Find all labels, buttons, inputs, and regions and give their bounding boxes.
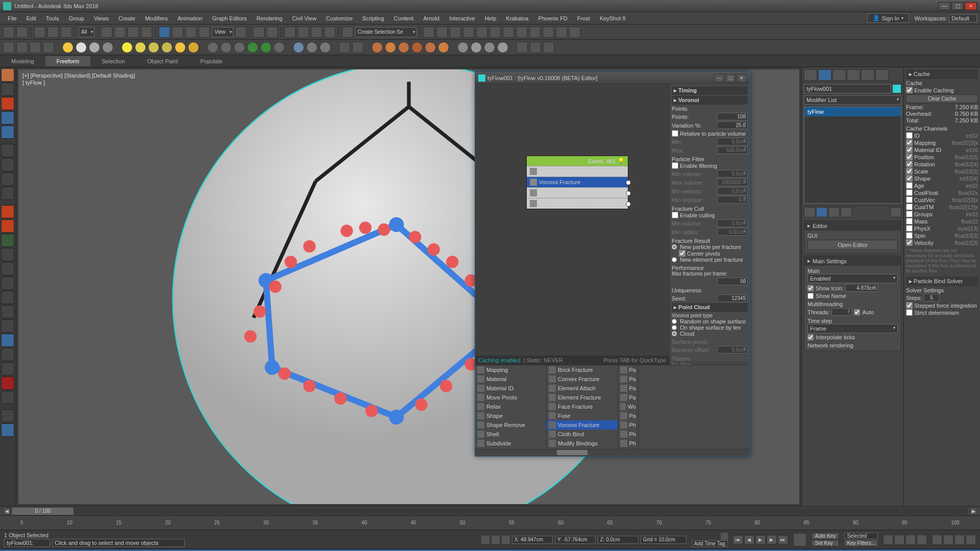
- depot-op-element-attach[interactable]: Element Attach: [547, 384, 618, 393]
- seed-spinner[interactable]: 12345: [717, 294, 748, 302]
- select-region-button[interactable]: [128, 27, 139, 38]
- scrollbar-thumb[interactable]: [557, 450, 587, 455]
- undo-button[interactable]: [3, 27, 14, 38]
- percent-snap-button[interactable]: [311, 27, 322, 38]
- sphere-icon[interactable]: [161, 42, 173, 53]
- depot-op-relax[interactable]: Relax: [475, 402, 546, 411]
- nav-icon[interactable]: [943, 535, 953, 545]
- steps-spinner[interactable]: 5: [923, 294, 940, 302]
- cache-channel-check[interactable]: [906, 196, 913, 203]
- left-tool-icon[interactable]: [1, 305, 14, 318]
- ribbon-tab-object-paint[interactable]: Object Paint: [136, 56, 189, 66]
- mirror-button[interactable]: [423, 27, 434, 38]
- main-settings-head[interactable]: Main Settings: [813, 258, 847, 264]
- menu-interactive[interactable]: Interactive: [445, 14, 480, 23]
- x-coord-field[interactable]: X: 48.947cm: [512, 536, 553, 544]
- timing-head[interactable]: Timing: [678, 87, 697, 93]
- left-tool-icon[interactable]: [1, 423, 14, 437]
- fire-icon[interactable]: [1, 219, 14, 233]
- workspace-selector[interactable]: Workspaces:Default: [915, 14, 977, 22]
- tyflow-maximize-button[interactable]: ▢: [725, 74, 736, 82]
- menu-customize[interactable]: Customize: [322, 14, 357, 23]
- selection-filter-combo[interactable]: All: [79, 27, 94, 37]
- select-name-button[interactable]: [114, 27, 126, 38]
- depot-op-pa[interactable]: Pa: [618, 393, 638, 402]
- cache-channel-check[interactable]: [906, 175, 913, 182]
- modify-tab[interactable]: [818, 69, 831, 81]
- orange-sphere-icon[interactable]: [411, 42, 423, 53]
- cache-channel-check[interactable]: [906, 161, 913, 167]
- autokey-button[interactable]: Auto Key: [812, 533, 840, 539]
- modifier-stack[interactable]: tyFlow: [804, 107, 901, 204]
- curve-editor-button[interactable]: [476, 27, 487, 38]
- depot-op-cloth-bind[interactable]: Cloth Bind: [547, 430, 618, 439]
- menu-animation[interactable]: Animation: [173, 14, 207, 23]
- new-particle-radio[interactable]: [672, 244, 677, 249]
- play-icon[interactable]: [517, 42, 528, 53]
- y-coord-field[interactable]: Y: -57.764cm: [555, 536, 596, 544]
- depot-op-pa[interactable]: Pa: [618, 374, 638, 384]
- play-icon[interactable]: [1, 144, 14, 157]
- select-button[interactable]: [101, 27, 112, 38]
- nav-icon[interactable]: [894, 535, 904, 545]
- cache-channel-check[interactable]: [906, 232, 913, 239]
- tool-icon[interactable]: [30, 42, 41, 53]
- menu-file[interactable]: File: [3, 14, 21, 23]
- menu-frost[interactable]: Frost: [573, 14, 595, 23]
- cache-channel-check[interactable]: [906, 139, 913, 146]
- tyflow-scrollbar[interactable]: [475, 449, 750, 456]
- menu-scripting[interactable]: Scripting: [358, 14, 389, 23]
- stack-item-tyflow[interactable]: tyFlow: [804, 107, 901, 116]
- bind-solver-head[interactable]: Particle Bind Solver: [914, 278, 963, 284]
- menu-civil-view[interactable]: Civil View: [287, 14, 321, 23]
- depot-op-convex-fracture[interactable]: Convex Fracture: [547, 374, 618, 384]
- depot-op-mapping[interactable]: Mapping: [475, 365, 546, 374]
- points-spinner[interactable]: 100: [717, 113, 748, 120]
- render-frame-button[interactable]: [529, 27, 541, 38]
- show-name-check[interactable]: [807, 293, 814, 299]
- cache-channel-check[interactable]: [906, 189, 913, 196]
- ribbon-tab-populate[interactable]: Populate: [189, 56, 233, 66]
- nav-icon[interactable]: [883, 535, 893, 545]
- editor-head[interactable]: Editor: [813, 223, 827, 229]
- light-icon[interactable]: [89, 42, 100, 53]
- show-icon-check[interactable]: [807, 285, 814, 291]
- snap-button[interactable]: [284, 27, 296, 38]
- tyflow-minimize-button[interactable]: —: [714, 74, 724, 82]
- tyflow-editor-window[interactable]: tyFlow001 : [tyFlow v0.16008 (BETA) Edit…: [475, 71, 750, 457]
- interpolate-check[interactable]: [807, 334, 814, 340]
- enable-culling-check[interactable]: [672, 212, 678, 218]
- pivot-button[interactable]: [235, 27, 247, 38]
- cache-channel-check[interactable]: [906, 211, 913, 217]
- link-button[interactable]: [34, 27, 45, 38]
- enabled-combo[interactable]: Enabled: [807, 274, 898, 283]
- gray-sphere-icon[interactable]: [457, 42, 469, 53]
- left-tool-icon[interactable]: [1, 377, 14, 390]
- tyflow-close-button[interactable]: ✕: [737, 74, 747, 82]
- left-tool-icon[interactable]: [1, 172, 14, 186]
- configure-button[interactable]: [890, 207, 901, 217]
- timeslider-track[interactable]: 0 / 100: [12, 508, 968, 515]
- nav-icon[interactable]: [954, 535, 965, 545]
- pin-stack-button[interactable]: [804, 207, 815, 217]
- scale-button[interactable]: [185, 27, 197, 38]
- object-name-field[interactable]: tyFlow001: [804, 84, 891, 93]
- setkey-button[interactable]: Set Key: [812, 540, 840, 546]
- close-button[interactable]: ✕: [965, 2, 977, 10]
- orange-sphere-icon[interactable]: [398, 42, 409, 53]
- time-config-button[interactable]: [793, 533, 806, 546]
- show-icon-spinner[interactable]: 4.878cm: [845, 284, 878, 292]
- play-small-icon[interactable]: [1, 409, 14, 422]
- window-crossing-button[interactable]: [141, 27, 152, 38]
- menu-edit[interactable]: Edit: [22, 14, 41, 23]
- gray-sphere-icon[interactable]: [471, 42, 482, 53]
- left-tool-icon[interactable]: [1, 126, 14, 139]
- on-shape-radio[interactable]: [672, 325, 677, 330]
- particle-icon[interactable]: [234, 42, 245, 53]
- nav-icon[interactable]: [932, 535, 942, 545]
- exchange-button[interactable]: [569, 27, 580, 38]
- event-op-element-attach[interactable]: Element Attach: [527, 187, 628, 198]
- unique-button[interactable]: [828, 207, 840, 217]
- menu-phoenix-fd[interactable]: Phoenix FD: [533, 14, 572, 23]
- minimize-button[interactable]: —: [938, 2, 950, 10]
